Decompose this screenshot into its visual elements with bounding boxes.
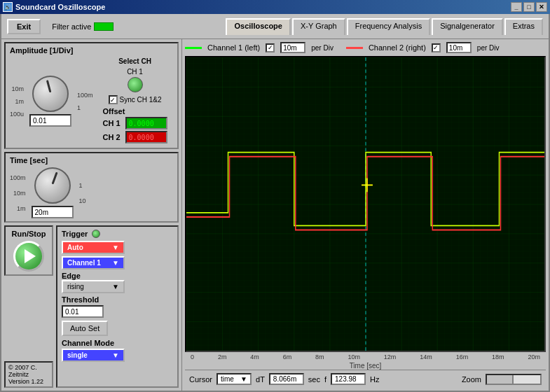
tab-xy-graph[interactable]: X-Y Graph (292, 18, 345, 35)
ch1-per-div-input[interactable]: 10m (280, 42, 305, 53)
zoom-slider[interactable] (486, 374, 542, 385)
ch2-offset-label: CH 2 (103, 133, 123, 141)
bottom-left: Run/Stop © 2007 C. Zeitnitz Version 1.22… (4, 225, 179, 388)
osc-waveform-svg (186, 57, 544, 351)
time-section: Time [sec] 100m 10m 1m 20m 1 (4, 152, 179, 223)
ch2-per-div-input[interactable]: 10m (446, 42, 472, 53)
ch1-label: CH 1 (127, 68, 143, 76)
time-knob[interactable] (34, 167, 71, 204)
amplitude-section: Amplitude [1/Div] 10m 1m 100u 0.01 (4, 42, 179, 149)
select-ch-label: Select CH (118, 57, 151, 65)
amplitude-knob-area: 10m 1m 100u 0.01 100m 1 (10, 57, 93, 145)
time-labels-right: 1 10 (79, 182, 86, 204)
run-stop-button[interactable] (13, 241, 44, 272)
time-labels-left: 100m 10m 1m (10, 174, 26, 212)
sync-checkbox[interactable]: ✓ (109, 95, 118, 104)
title-bar: 🔊 Soundcard Oszilloscope _ □ ✕ (0, 0, 550, 14)
ch2-offset-value[interactable]: 0.0000 (125, 131, 167, 144)
sync-check: ✓ Sync CH 1&2 (109, 95, 162, 104)
auto-dropdown-arrow: ▼ (112, 244, 119, 251)
x-axis: 0 2m 4m 6m 8m 10m 12m 14m 16m 18m 20m (185, 352, 546, 362)
time-input[interactable]: 20m (32, 206, 74, 218)
osc-screen (185, 56, 546, 352)
zoom-label: Zoom (462, 375, 481, 384)
run-stop-section: Run/Stop (4, 225, 53, 276)
tab-oscilloscope[interactable]: Oscilloscope (226, 18, 290, 35)
ch1-checkbox[interactable]: ✓ (266, 43, 275, 52)
title-bar-icon: 🔊 (3, 2, 13, 12)
channel-dropdown-arrow: ▼ (112, 259, 119, 267)
auto-set-button[interactable]: Auto Set (62, 321, 108, 336)
amplitude-labels-right: 100m 1 (77, 92, 93, 111)
title-bar-controls: _ □ ✕ (511, 2, 547, 12)
ch2-offset-row: CH 2 0.0000 (103, 131, 167, 144)
ch1-offset-label: CH 1 (103, 119, 123, 127)
left-panel: Amplitude [1/Div] 10m 1m 100u 0.01 (1, 39, 182, 391)
edge-label: Edge (62, 272, 173, 280)
dt-unit: sec (308, 375, 320, 384)
threshold-input[interactable]: 0.01 (62, 305, 104, 318)
ch1-per-div-label: per Div (311, 44, 334, 52)
tab-signal-gen[interactable]: Signalgenerator (432, 18, 503, 35)
time-knob-area: 100m 10m 1m 20m 1 10 (10, 167, 173, 218)
copyright: © 2007 C. Zeitnitz Version 1.22 (4, 361, 53, 388)
main-window: Exit Filter active Oscilloscope X-Y Grap… (0, 14, 550, 392)
x-axis-title: Time [sec] (185, 362, 546, 370)
f-unit: Hz (370, 375, 379, 384)
amplitude-knob[interactable] (32, 76, 69, 112)
dt-label: dT (256, 375, 265, 384)
trigger-led (92, 230, 100, 238)
mode-dropdown-arrow: ▼ (112, 351, 119, 359)
tab-frequency[interactable]: Frequency Analysis (347, 18, 430, 35)
ch1-color-line (185, 47, 202, 49)
offset-area: Offset CH 1 0.0000 CH 2 0.0000 (103, 107, 167, 145)
filter-label: Filter active (52, 22, 91, 31)
trigger-auto-dropdown[interactable]: Auto ▼ (62, 241, 125, 254)
ch1-offset-row: CH 1 0.0000 (103, 117, 167, 130)
cursor-bar: Cursor time ▼ dT 8.066m sec f 123.98 Hz … (185, 370, 546, 388)
ch2-color-line (346, 47, 363, 49)
trigger-section: Trigger Auto ▼ Channel 1 ▼ Edge (56, 225, 179, 388)
content-area: Amplitude [1/Div] 10m 1m 100u 0.01 (1, 39, 549, 391)
exit-button[interactable]: Exit (7, 19, 41, 34)
amplitude-title: Amplitude [1/Div] (10, 46, 173, 55)
trigger-edge-dropdown[interactable]: rising ▼ (62, 280, 125, 293)
channel-row: Channel 1 (left) ✓ 10m per Div Channel 2… (185, 42, 546, 53)
amplitude-knob-indicator (46, 80, 52, 92)
minimize-button[interactable]: _ (511, 2, 522, 12)
cursor-type-dropdown[interactable]: time ▼ (216, 373, 252, 385)
time-knob-indicator (51, 172, 57, 185)
dt-value: 8.066m (269, 373, 304, 385)
sync-label: Sync CH 1&2 (120, 96, 162, 104)
tabs-bar: Oscilloscope X-Y Graph Frequency Analysi… (226, 18, 543, 35)
time-title: Time [sec] (10, 156, 173, 164)
ch2-per-div-label: per Div (477, 44, 500, 52)
ch1-offset-value[interactable]: 0.0000 (125, 117, 167, 130)
top-bar: Exit Filter active Oscilloscope X-Y Grap… (1, 14, 549, 39)
run-icon (25, 249, 36, 263)
right-panel: Channel 1 (left) ✓ 10m per Div Channel 2… (182, 39, 549, 391)
edge-dropdown-arrow: ▼ (112, 283, 119, 290)
maximize-button[interactable]: □ (523, 2, 535, 12)
run-stop-label: Run/Stop (12, 230, 46, 238)
channel-mode-dropdown[interactable]: single ▼ (62, 349, 125, 362)
close-button[interactable]: ✕ (536, 2, 547, 12)
channel-mode-label: Channel Mode (62, 339, 173, 347)
title-bar-title: Soundcard Oszilloscope (15, 3, 105, 11)
ch1-indicator (128, 77, 143, 92)
tab-extras[interactable]: Extras (504, 18, 543, 35)
amplitude-labels-left: 10m 1m 100u (10, 85, 24, 118)
ch1-channel-label: Channel 1 (left) (207, 43, 260, 52)
cursor-label: Cursor (189, 375, 212, 384)
threshold-label: Threshold (62, 295, 173, 304)
ch2-channel-label: Channel 2 (right) (369, 43, 426, 52)
filter-indicator (94, 22, 114, 31)
f-label: f (324, 375, 326, 384)
f-value: 123.98 (331, 373, 366, 385)
trigger-channel-dropdown[interactable]: Channel 1 ▼ (62, 256, 125, 270)
trigger-title: Trigger (62, 230, 88, 238)
ch2-checkbox[interactable]: ✓ (432, 43, 441, 52)
select-ch-area: Select CH CH 1 ✓ Sync CH 1&2 Offset CH 1… (103, 57, 167, 145)
amplitude-input[interactable]: 0.01 (29, 114, 71, 127)
offset-title: Offset (103, 107, 167, 115)
